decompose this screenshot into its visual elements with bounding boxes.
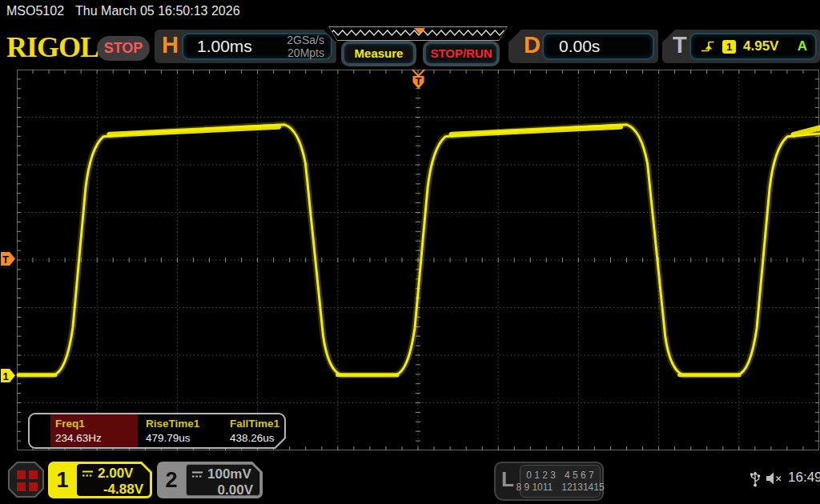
- measurement-panel: Freq1 234.63Hz RiseTime1 479.79us FallTi…: [28, 413, 286, 449]
- speaker-muted-icon: [766, 471, 785, 486]
- channel2-scale: 100mV: [207, 466, 251, 482]
- measurement-risetime1[interactable]: RiseTime1 479.79us: [141, 414, 225, 447]
- channel1-marker-number: 1: [2, 370, 8, 382]
- channel1-ground-marker[interactable]: 1: [1, 369, 15, 382]
- channel2-settings: 100mV 0.00V: [186, 464, 260, 496]
- system-clock: 16:49: [788, 470, 820, 486]
- measurement-freq1[interactable]: Freq1 234.63Hz: [50, 414, 138, 447]
- logic-channels: 0 1 2 3 4 5 6 7 8 9 1011 12131415: [520, 465, 601, 498]
- measurement-label: FallTime1: [230, 417, 279, 431]
- measurement-value: 479.79us: [146, 431, 220, 446]
- trigger-level-letter: T: [2, 254, 9, 266]
- channel2-number: 2: [157, 462, 186, 498]
- usb-icon: [750, 470, 761, 487]
- dc-coupling-icon: [191, 470, 203, 478]
- menu-grid-button[interactable]: [8, 462, 44, 498]
- measurement-panel-inner: Freq1 234.63Hz RiseTime1 479.79us FallTi…: [30, 414, 284, 447]
- logic-row-group: 4 5 6 7: [565, 470, 594, 482]
- logic-row-group: 8 9 1011: [516, 482, 553, 494]
- channel2-button[interactable]: 2 100mV 0.00V: [157, 462, 263, 498]
- logic-label: L: [501, 467, 514, 492]
- channel1-settings: 2.00V -4.88V: [77, 464, 150, 496]
- measurement-value: 438.26us: [230, 431, 279, 446]
- channel1-offset: -4.88V: [82, 482, 143, 498]
- trigger-level-marker[interactable]: T: [1, 252, 15, 266]
- channel1-number: 1: [48, 462, 77, 498]
- logic-analyzer-button[interactable]: L 0 1 2 3 4 5 6 7 8 9 1011 12131415: [494, 462, 604, 501]
- measurement-value: 234.63Hz: [55, 431, 133, 446]
- logic-row-group: 12131415: [561, 482, 604, 494]
- menu-grid-inner: [10, 463, 42, 496]
- trigger-position-letter: T: [416, 75, 422, 87]
- logic-row-group: 0 1 2 3: [526, 470, 556, 482]
- measurement-falltime1[interactable]: FallTime1 438.26us: [225, 414, 284, 447]
- measurement-label: RiseTime1: [146, 417, 220, 431]
- channel1-scale: 2.00V: [98, 466, 133, 482]
- dc-coupling-icon: [82, 470, 94, 478]
- channel1-button[interactable]: 1 2.00V -4.88V: [48, 462, 152, 498]
- measurement-label: Freq1: [55, 417, 133, 431]
